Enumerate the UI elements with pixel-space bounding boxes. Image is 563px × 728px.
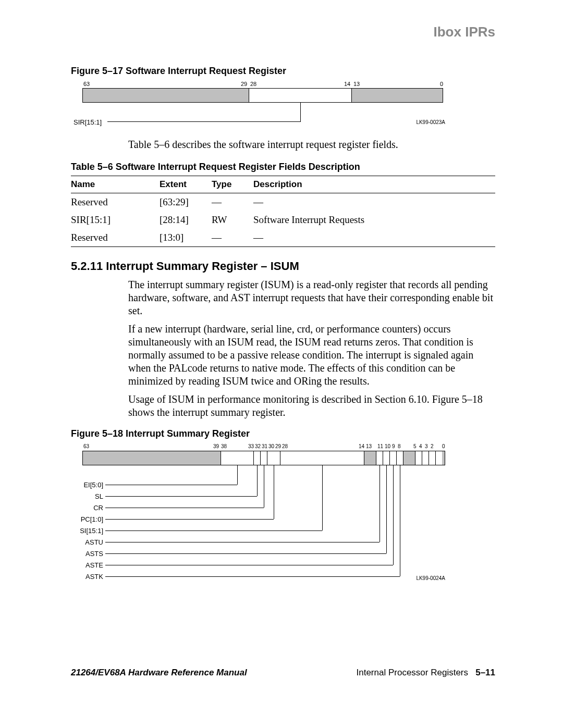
- bit-label-39: 39: [213, 443, 219, 449]
- callout-line: [257, 465, 258, 496]
- bit-label-63: 63: [83, 81, 90, 87]
- cell-desc: —: [253, 229, 495, 247]
- label-cr: CR: [72, 504, 103, 512]
- label-sl: SL: [72, 492, 103, 500]
- field-pc: [267, 451, 280, 465]
- callout-line: [386, 465, 387, 553]
- bit-label-5: 5: [413, 443, 417, 449]
- callout-line: [105, 553, 386, 554]
- figure-5-17: 63 29 28 14 13 0 SIR[15:1] LK99-0023A: [77, 83, 445, 135]
- bit-label-0: 0: [442, 443, 445, 449]
- callout-line: [380, 465, 380, 542]
- th-name: Name: [71, 176, 160, 193]
- th-extent: Extent: [160, 176, 212, 193]
- footer-manual-title: 21264/EV68A Hardware Reference Manual: [71, 668, 247, 678]
- section-heading: 5.2.11 Interrupt Summary Register – ISUM: [71, 260, 495, 273]
- field-aste-lo: [429, 451, 436, 465]
- callout-line: [105, 576, 400, 577]
- bit-label-38: 38: [221, 443, 227, 449]
- field-reserved-63-39: [82, 451, 221, 465]
- bit-label-32: 32: [255, 443, 261, 449]
- table-row: Reserved [13:0] — —: [71, 229, 495, 247]
- callout-line: [274, 465, 274, 519]
- callout-line: [300, 103, 301, 121]
- callout-line: [105, 496, 257, 497]
- callout-line: [400, 465, 400, 576]
- th-type: Type: [212, 176, 253, 193]
- footer-chapter: Internal Processor Registers: [357, 668, 468, 677]
- bit-label-3: 3: [425, 443, 428, 449]
- callout-line: [264, 465, 264, 508]
- cell-type: —: [212, 193, 253, 212]
- figure-id: LK99-0023A: [416, 119, 445, 125]
- cell-desc: Software Interrupt Requests: [253, 211, 495, 229]
- bit-label-13: 13: [353, 81, 360, 87]
- bit-label-13: 13: [366, 443, 372, 449]
- label-ei: EI[5:0]: [72, 481, 103, 489]
- cell-desc: —: [253, 193, 495, 212]
- field-cr: [260, 451, 267, 465]
- paragraph: Usage of ISUM in performance monitoring …: [128, 393, 495, 419]
- figure-5-17-caption: Figure 5–17 Software Interrupt Request R…: [71, 66, 495, 77]
- callout-line: [105, 565, 393, 565]
- paragraph: The interrupt summary register (ISUM) is…: [128, 278, 495, 317]
- bit-label-11: 11: [377, 443, 383, 449]
- field-reserved-13-12: [364, 451, 376, 465]
- field-asts-hi: [383, 451, 390, 465]
- bit-label-0: 0: [440, 81, 443, 87]
- bit-label-29: 29: [275, 443, 281, 449]
- label-si: SI[15:1]: [72, 527, 103, 535]
- footer-page: 5–11: [475, 668, 495, 677]
- table-5-6-caption: Table 5–6 Software Interrupt Request Reg…: [71, 162, 495, 172]
- bit-label-33: 33: [248, 443, 254, 449]
- bit-label-14: 14: [344, 81, 350, 87]
- lead-paragraph: Table 5–6 describes the software interru…: [128, 138, 495, 151]
- cell-name: Reserved: [71, 193, 160, 212]
- footer-page-number: Internal Processor Registers 5–11: [357, 668, 495, 678]
- table-row: SIR[15:1] [28:14] RW Software Interrupt …: [71, 211, 495, 229]
- field-sir: [249, 88, 352, 103]
- field-reserved-high: [82, 88, 249, 103]
- page-footer: 21264/EV68A Hardware Reference Manual In…: [71, 668, 495, 678]
- callout-line: [237, 465, 238, 485]
- cell-extent: [28:14]: [160, 211, 212, 229]
- paragraph: If a new interrupt (hardware, serial lin…: [128, 323, 495, 388]
- field-reserved-1-0: [442, 451, 445, 465]
- bit-label-28: 28: [282, 443, 288, 449]
- field-astk-hi: [396, 451, 403, 465]
- field-aste-hi: [389, 451, 397, 465]
- bit-label-29: 29: [241, 81, 247, 87]
- bit-label-2: 2: [431, 443, 434, 449]
- bit-label-14: 14: [359, 443, 364, 449]
- callout-line: [105, 530, 322, 531]
- cell-extent: [13:0]: [160, 229, 212, 247]
- bit-label-8: 8: [398, 443, 401, 449]
- field-sl: [253, 451, 261, 465]
- label-astk: ASTK: [72, 573, 103, 581]
- label-aste: ASTE: [72, 561, 103, 569]
- field-si: [280, 451, 364, 465]
- cell-extent: [63:29]: [160, 193, 212, 212]
- bit-label-10: 10: [385, 443, 390, 449]
- table-row: Reserved [63:29] — —: [71, 193, 495, 212]
- callout-line: [393, 465, 394, 565]
- label-astu: ASTU: [72, 538, 103, 546]
- callout-line: [107, 121, 301, 122]
- bit-label-4: 4: [419, 443, 422, 449]
- figure-5-18: 63 39 38 33 32 31 30 29 28 14 13 11 10 9…: [77, 446, 445, 586]
- field-astu-lo: [415, 451, 422, 465]
- callout-line: [105, 519, 274, 520]
- figure-id: LK99-0024A: [416, 575, 445, 581]
- callout-line: [105, 508, 264, 508]
- callout-line: [105, 542, 380, 542]
- field-asts-lo: [422, 451, 429, 465]
- table-5-6: Name Extent Type Description Reserved [6…: [71, 176, 495, 247]
- callout-line: [322, 465, 323, 530]
- figure-5-18-caption: Figure 5–18 Interrupt Summary Register: [71, 428, 495, 439]
- cell-type: —: [212, 229, 253, 247]
- bit-label-28: 28: [250, 81, 256, 87]
- bit-label-63: 63: [83, 443, 89, 449]
- cell-name: Reserved: [71, 229, 160, 247]
- bit-label-31: 31: [262, 443, 267, 449]
- cell-name: SIR[15:1]: [71, 211, 160, 229]
